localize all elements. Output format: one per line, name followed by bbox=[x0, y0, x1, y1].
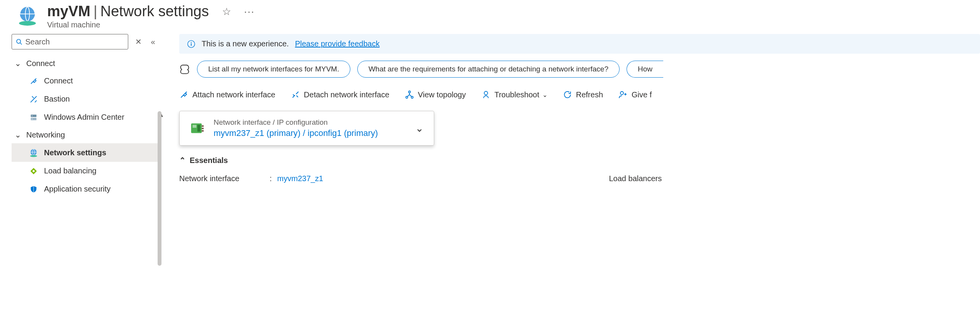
copilot-icon bbox=[179, 64, 190, 75]
view-topology-button[interactable]: View topology bbox=[405, 90, 466, 99]
chevron-down-icon: ⌄ bbox=[14, 59, 22, 68]
svg-point-19 bbox=[620, 92, 623, 95]
attach-nic-button[interactable]: Attach network interface bbox=[179, 90, 275, 99]
chevron-down-icon: ⌄ bbox=[542, 91, 547, 98]
svg-rect-23 bbox=[202, 126, 204, 127]
more-actions-icon[interactable]: ··· bbox=[244, 7, 255, 17]
essentials-row-lb: Load balancers bbox=[609, 174, 694, 183]
nic-card-label: Network interface / IP configuration bbox=[214, 118, 407, 127]
main-content: This is a new experience. Please provide… bbox=[162, 34, 980, 331]
essentials-row-nic: Network interface : myvm237_z1 bbox=[179, 174, 323, 183]
sidebar-item-label: Load balancing bbox=[44, 166, 97, 175]
search-input[interactable] bbox=[25, 37, 124, 46]
nav-group-label: Connect bbox=[26, 59, 55, 68]
give-feedback-button[interactable]: Give f bbox=[618, 90, 652, 99]
sidebar-item-label: Network settings bbox=[44, 148, 106, 157]
svg-rect-24 bbox=[202, 128, 204, 129]
svg-rect-25 bbox=[202, 130, 204, 132]
copilot-suggestion-1[interactable]: List all my network interfaces for MYVM. bbox=[197, 61, 350, 78]
svg-point-9 bbox=[30, 155, 37, 157]
toolbar-label: Give f bbox=[632, 90, 652, 99]
toolbar-label: Troubleshoot bbox=[494, 90, 539, 99]
essentials-key: Network interface bbox=[179, 174, 264, 183]
info-banner: This is a new experience. Please provide… bbox=[179, 34, 980, 54]
essentials-key: Load balancers bbox=[609, 174, 694, 183]
svg-line-3 bbox=[20, 43, 22, 44]
sidebar-item-label: Application security bbox=[44, 185, 110, 194]
page-subtitle: Virtual machine bbox=[47, 20, 255, 29]
page-title: myVM | Network settings bbox=[47, 3, 209, 20]
sidebar-item-load-balancing[interactable]: Load balancing bbox=[12, 162, 158, 180]
search-clear-icon[interactable]: ✕ bbox=[134, 37, 143, 46]
detach-nic-button[interactable]: Detach network interface bbox=[291, 90, 389, 99]
banner-text: This is a new experience. bbox=[202, 39, 289, 48]
sidebar-item-network-settings[interactable]: Network settings bbox=[12, 143, 158, 162]
favorite-star-icon[interactable]: ☆ bbox=[222, 7, 231, 17]
svg-point-1 bbox=[19, 21, 36, 25]
toolbar-label: Detach network interface bbox=[304, 90, 389, 99]
load-balancer-icon bbox=[29, 167, 39, 175]
bastion-icon bbox=[29, 95, 39, 104]
svg-rect-5 bbox=[31, 117, 37, 120]
svg-point-15 bbox=[408, 91, 410, 93]
svg-rect-22 bbox=[197, 125, 200, 132]
svg-point-18 bbox=[484, 92, 487, 95]
globe-icon bbox=[29, 148, 39, 157]
vm-network-icon bbox=[16, 5, 39, 27]
nav-group-label: Networking bbox=[26, 131, 65, 139]
toolbar-label: View topology bbox=[418, 90, 466, 99]
sidebar-item-label: Connect bbox=[44, 76, 73, 85]
copilot-suggestion-3[interactable]: How bbox=[627, 61, 663, 78]
essentials-toggle[interactable]: ⌃ Essentials bbox=[179, 156, 980, 165]
essentials-title: Essentials bbox=[190, 156, 228, 165]
svg-point-2 bbox=[17, 39, 20, 43]
svg-point-13 bbox=[191, 42, 192, 42]
sidebar-item-connect[interactable]: Connect bbox=[12, 72, 158, 90]
banner-feedback-link[interactable]: Please provide feedback bbox=[295, 39, 380, 48]
nav-group-networking[interactable]: ⌄ Networking bbox=[12, 126, 158, 143]
sidebar-collapse-icon[interactable]: « bbox=[148, 37, 158, 46]
svg-rect-4 bbox=[31, 114, 37, 117]
sidebar-item-bastion[interactable]: Bastion bbox=[12, 90, 158, 108]
svg-point-7 bbox=[32, 119, 32, 119]
nic-config-card[interactable]: Network interface / IP configuration myv… bbox=[179, 111, 434, 146]
sidebar-item-label: Bastion bbox=[44, 95, 70, 104]
sidebar-search[interactable] bbox=[12, 34, 128, 49]
toolbar-label: Attach network interface bbox=[192, 90, 275, 99]
essentials-grid: Network interface : myvm237_z1 Load bala… bbox=[179, 174, 980, 183]
nav-group-connect[interactable]: ⌄ Connect bbox=[12, 55, 158, 72]
toolbar-label: Refresh bbox=[576, 90, 603, 99]
sidebar-item-app-security[interactable]: Application security bbox=[12, 180, 158, 198]
page-header: myVM | Network settings ☆ ··· Virtual ma… bbox=[0, 0, 980, 34]
svg-point-6 bbox=[32, 115, 32, 116]
copilot-suggestion-2[interactable]: What are the requirements for attaching … bbox=[357, 61, 620, 78]
refresh-button[interactable]: Refresh bbox=[563, 90, 603, 99]
sidebar-item-label: Windows Admin Center bbox=[44, 113, 124, 122]
sidebar-scrollbar[interactable] bbox=[158, 111, 161, 266]
troubleshoot-button[interactable]: Troubleshoot ⌄ bbox=[481, 90, 547, 99]
shield-icon bbox=[29, 185, 39, 194]
info-icon bbox=[187, 40, 195, 48]
chevron-down-icon[interactable]: ⌄ bbox=[415, 122, 424, 134]
chevron-up-icon: ⌃ bbox=[179, 156, 186, 165]
server-icon bbox=[29, 113, 39, 122]
svg-point-11 bbox=[32, 170, 35, 172]
nic-card-value[interactable]: myvm237_z1 (primary) / ipconfig1 (primar… bbox=[214, 128, 407, 138]
search-icon bbox=[16, 38, 22, 45]
sidebar-item-wac[interactable]: Windows Admin Center bbox=[12, 108, 158, 126]
chevron-down-icon: ⌄ bbox=[14, 130, 22, 139]
command-toolbar: Attach network interface Detach network … bbox=[179, 90, 980, 99]
svg-rect-21 bbox=[193, 125, 197, 128]
plug-icon bbox=[29, 77, 39, 85]
essentials-value-link[interactable]: myvm237_z1 bbox=[277, 174, 323, 183]
nic-icon bbox=[190, 121, 205, 136]
svg-rect-14 bbox=[191, 43, 192, 46]
copilot-suggestions: List all my network interfaces for MYVM.… bbox=[179, 61, 980, 78]
sidebar: ✕ « ▴ ⌄ Connect Connect Bastion bbox=[0, 34, 162, 331]
